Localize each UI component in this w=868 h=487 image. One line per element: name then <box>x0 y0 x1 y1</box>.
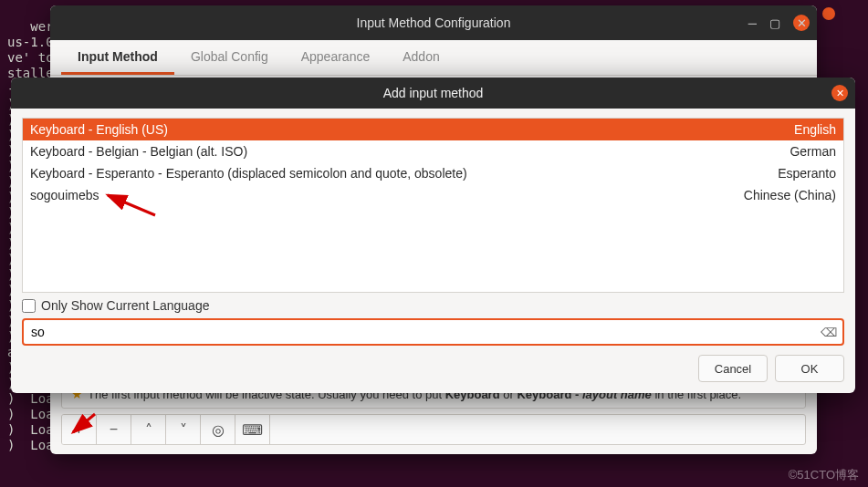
keyboard-button[interactable]: ⌨ <box>235 415 270 444</box>
move-up-button[interactable]: ˄ <box>131 415 166 444</box>
item-name: Keyboard - Belgian - Belgian (alt. ISO) <box>30 144 247 159</box>
item-lang: Chinese (China) <box>744 188 836 202</box>
desktop-indicator <box>822 7 835 20</box>
list-item[interactable]: Keyboard - English (US) English <box>23 119 843 140</box>
item-name: Keyboard - English (US) <box>30 122 168 137</box>
dialog-buttons: Cancel OK <box>11 355 855 393</box>
dialog-title: Add input method <box>383 86 484 100</box>
configure-button[interactable]: ◎ <box>201 415 235 444</box>
tab-input-method[interactable]: Input Method <box>61 40 174 75</box>
list-item[interactable]: Keyboard - Esperanto - Esperanto (displa… <box>23 162 843 184</box>
search-input[interactable] <box>22 318 844 346</box>
move-down-button[interactable]: ˅ <box>166 415 201 444</box>
list-item[interactable]: sogouimebs Chinese (China) <box>23 184 843 206</box>
dialog-titlebar[interactable]: Add input method ✕ <box>11 78 855 109</box>
add-button[interactable]: + <box>62 415 97 444</box>
tab-bar: Input Method Global Config Appearance Ad… <box>50 40 817 76</box>
item-lang: English <box>794 122 836 137</box>
add-input-method-dialog: Add input method ✕ Keyboard - English (U… <box>11 78 855 393</box>
window-title: Input Method Configuration <box>357 16 511 30</box>
item-name: Keyboard - Esperanto - Esperanto (displa… <box>30 166 467 181</box>
close-icon[interactable]: ✕ <box>831 85 848 101</box>
cancel-button[interactable]: Cancel <box>698 355 768 382</box>
item-lang: German <box>790 144 836 159</box>
item-lang: Esperanto <box>778 166 836 181</box>
ok-button[interactable]: OK <box>775 355 844 382</box>
checkbox-label: Only Show Current Language <box>41 298 209 313</box>
search-field-wrap: ⌫ <box>22 318 844 346</box>
tab-global-config[interactable]: Global Config <box>174 40 285 75</box>
clear-search-icon[interactable]: ⌫ <box>821 326 837 339</box>
checkbox-input[interactable] <box>22 299 36 313</box>
list-item[interactable]: Keyboard - Belgian - Belgian (alt. ISO) … <box>23 140 843 162</box>
window-titlebar[interactable]: Input Method Configuration ─ ▢ ✕ <box>50 5 817 40</box>
toolbar: + − ˄ ˅ ◎ ⌨ <box>61 414 806 445</box>
maximize-icon[interactable]: ▢ <box>769 16 780 30</box>
minimize-icon[interactable]: ─ <box>748 16 757 30</box>
input-method-list[interactable]: Keyboard - English (US) English Keyboard… <box>22 118 844 293</box>
remove-button[interactable]: − <box>97 415 131 444</box>
watermark: ©51CTO博客 <box>789 467 859 483</box>
only-current-language-checkbox[interactable]: Only Show Current Language <box>22 298 844 313</box>
close-icon[interactable]: ✕ <box>793 15 810 31</box>
tab-appearance[interactable]: Appearance <box>285 40 387 75</box>
item-name: sogouimebs <box>30 188 99 202</box>
tab-addon[interactable]: Addon <box>386 40 455 75</box>
